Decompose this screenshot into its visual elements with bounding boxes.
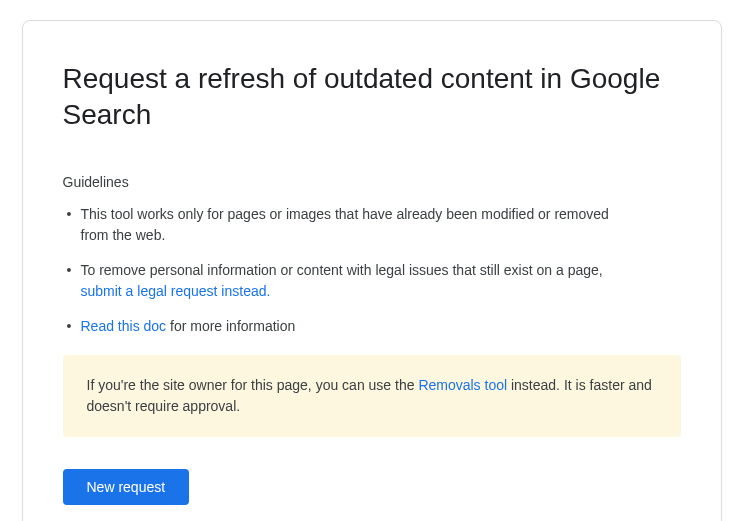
guidelines-label: Guidelines [63,174,681,190]
guideline-text-suffix: for more information [166,318,295,334]
guideline-text: This tool works only for pages or images… [81,206,609,243]
info-box: If you're the site owner for this page, … [63,355,681,437]
page-title: Request a refresh of outdated content in… [63,61,681,134]
guidelines-list: This tool works only for pages or images… [63,204,681,337]
read-doc-link[interactable]: Read this doc [81,318,167,334]
list-item: This tool works only for pages or images… [63,204,623,246]
list-item: Read this doc for more information [63,316,623,337]
main-card: Request a refresh of outdated content in… [22,20,722,521]
list-item: To remove personal information or conten… [63,260,623,302]
removals-tool-link[interactable]: Removals tool [418,377,507,393]
info-prefix: If you're the site owner for this page, … [87,377,419,393]
guideline-text-prefix: To remove personal information or conten… [81,262,603,278]
new-request-button[interactable]: New request [63,469,190,505]
legal-request-link[interactable]: submit a legal request instead. [81,283,271,299]
